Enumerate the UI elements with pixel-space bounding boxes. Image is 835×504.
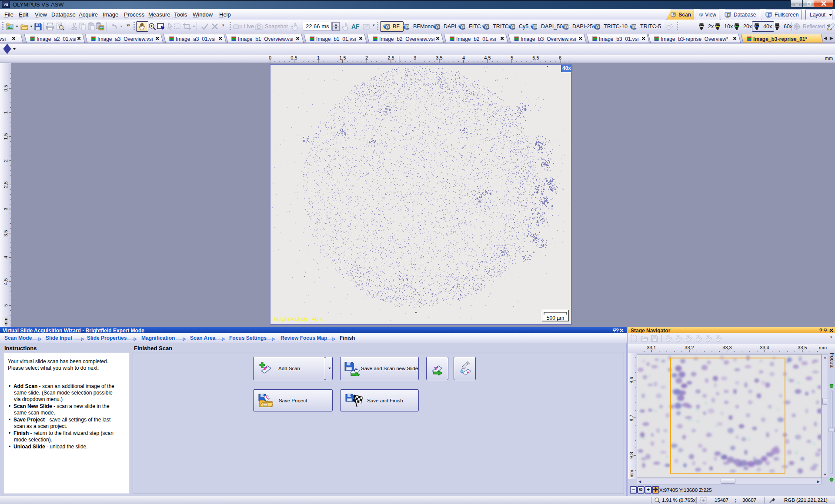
svg-text:0: 0: [269, 55, 271, 60]
svg-text:33,1: 33,1: [647, 345, 656, 350]
svg-text:4,5: 4,5: [484, 55, 491, 60]
svg-text:mm: mm: [825, 56, 833, 61]
svg-text:4,5: 4,5: [3, 278, 8, 285]
svg-text:2: 2: [677, 335, 679, 339]
svg-text:1: 1: [317, 55, 320, 60]
svg-text:1,5: 1,5: [3, 133, 8, 139]
svg-text:1: 1: [3, 111, 8, 114]
svg-text:9,7: 9,7: [629, 414, 634, 421]
svg-text:mm: mm: [819, 345, 827, 350]
svg-text:4: 4: [462, 55, 465, 60]
svg-text:33,3: 33,3: [722, 345, 731, 350]
svg-text:2: 2: [365, 55, 368, 60]
svg-text:F: F: [768, 12, 771, 18]
svg-text:3: 3: [3, 208, 8, 210]
svg-text:9,6: 9,6: [629, 377, 634, 383]
svg-text:1,5: 1,5: [339, 55, 346, 60]
svg-text:3,5: 3,5: [436, 55, 442, 60]
svg-text:2,5: 2,5: [3, 181, 8, 188]
svg-text:0,5: 0,5: [3, 85, 8, 91]
svg-text:5: 5: [511, 55, 513, 60]
svg-text:9,8: 9,8: [629, 452, 634, 458]
svg-text:D: D: [727, 12, 731, 18]
svg-text:5,5: 5,5: [532, 55, 539, 60]
svg-text:5: 5: [3, 304, 8, 307]
svg-text:5: 5: [707, 335, 709, 339]
svg-text:33,5: 33,5: [798, 345, 807, 350]
svg-text:V: V: [701, 13, 703, 16]
svg-text:33,4: 33,4: [760, 345, 769, 350]
svg-text:4: 4: [697, 335, 699, 339]
svg-text:3,5: 3,5: [3, 230, 8, 236]
svg-text:2,5: 2,5: [387, 55, 394, 60]
svg-text:3: 3: [414, 55, 416, 60]
svg-text:3: 3: [687, 335, 689, 339]
svg-text:0,5: 0,5: [291, 55, 297, 60]
svg-text:1: 1: [667, 335, 669, 339]
svg-text:S: S: [673, 12, 676, 17]
svg-text:33,2: 33,2: [685, 345, 694, 350]
svg-text:mm: mm: [3, 318, 8, 325]
svg-text:mm: mm: [629, 470, 634, 477]
svg-text:4: 4: [3, 256, 8, 259]
svg-text:6: 6: [559, 55, 561, 60]
svg-text:2: 2: [3, 159, 8, 162]
svg-text:6: 6: [717, 335, 719, 339]
